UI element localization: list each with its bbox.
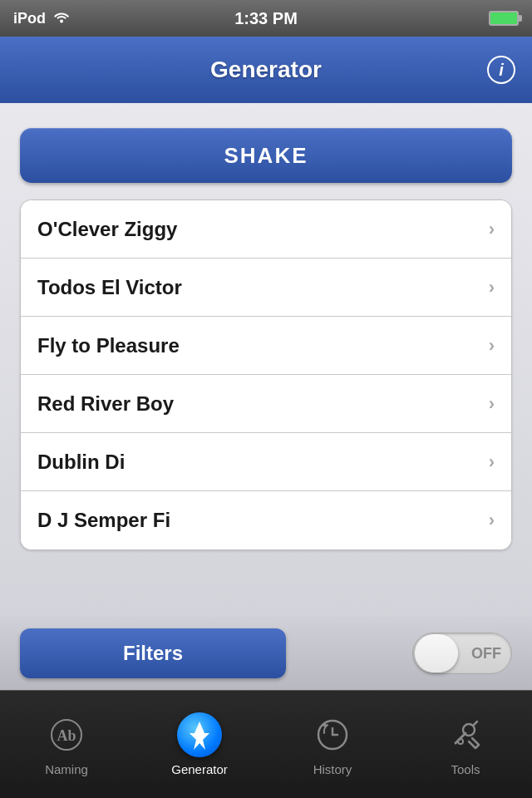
app-header: Generator i <box>0 37 532 103</box>
list-item-text: Dublin Di <box>37 451 125 474</box>
tab-tools-label: Tools <box>451 762 480 776</box>
content-wrapper: SHAKE O'Clever Ziggy›Todos El Victor›Fly… <box>0 103 532 690</box>
naming-icon: Ab <box>44 712 89 757</box>
info-button[interactable]: i <box>487 56 515 84</box>
tab-history[interactable]: History <box>266 691 399 798</box>
list-item-text: Todos El Victor <box>37 276 182 299</box>
page-title: Generator <box>210 57 322 83</box>
filter-toggle[interactable]: OFF <box>412 633 512 674</box>
status-left: iPod <box>13 10 71 27</box>
toggle-knob <box>415 634 458 672</box>
tab-naming[interactable]: Ab Naming <box>0 691 133 798</box>
tab-generator[interactable]: Generator <box>133 691 266 798</box>
tab-naming-label: Naming <box>45 762 88 776</box>
list-item-text: D J Semper Fi <box>37 509 170 532</box>
tab-generator-label: Generator <box>171 762 228 776</box>
svg-point-7 <box>458 739 463 744</box>
svg-point-6 <box>463 724 475 736</box>
svg-marker-3 <box>190 722 209 750</box>
chevron-right-icon: › <box>489 510 495 531</box>
filter-row: Filters OFF <box>0 617 532 690</box>
list-item[interactable]: D J Semper Fi› <box>21 491 511 549</box>
names-list: O'Clever Ziggy›Todos El Victor›Fly to Pl… <box>20 200 512 550</box>
list-item-text: O'Clever Ziggy <box>37 218 177 241</box>
list-item-text: Red River Boy <box>37 392 174 416</box>
list-item[interactable]: Todos El Victor› <box>21 259 511 317</box>
filters-button[interactable]: Filters <box>20 628 286 678</box>
battery-icon <box>489 11 519 26</box>
list-item[interactable]: O'Clever Ziggy› <box>21 200 511 259</box>
list-item[interactable]: Dublin Di› <box>21 433 511 491</box>
shake-button[interactable]: SHAKE <box>20 128 512 183</box>
status-right <box>489 11 519 26</box>
tab-history-label: History <box>313 762 352 776</box>
chevron-right-icon: › <box>489 451 495 473</box>
svg-point-0 <box>60 19 63 22</box>
chevron-right-icon: › <box>489 219 495 240</box>
tab-tools[interactable]: Tools <box>399 691 532 798</box>
chevron-right-icon: › <box>489 335 495 357</box>
list-item-text: Fly to Pleasure <box>37 334 180 357</box>
svg-text:Ab: Ab <box>57 727 76 744</box>
chevron-right-icon: › <box>489 277 495 298</box>
tab-bar: Ab Naming Generator History <box>0 690 532 798</box>
main-content: SHAKE O'Clever Ziggy›Todos El Victor›Fly… <box>0 103 532 617</box>
tools-icon <box>443 712 488 757</box>
list-item[interactable]: Fly to Pleasure› <box>21 317 511 375</box>
device-label: iPod <box>13 10 46 27</box>
wifi-icon <box>52 10 71 27</box>
list-item[interactable]: Red River Boy› <box>21 375 511 433</box>
toggle-label: OFF <box>471 645 501 663</box>
status-bar: iPod 1:33 PM <box>0 0 532 37</box>
status-time: 1:33 PM <box>234 9 298 28</box>
history-icon <box>310 712 355 757</box>
chevron-right-icon: › <box>489 393 495 415</box>
generator-icon <box>177 712 222 757</box>
